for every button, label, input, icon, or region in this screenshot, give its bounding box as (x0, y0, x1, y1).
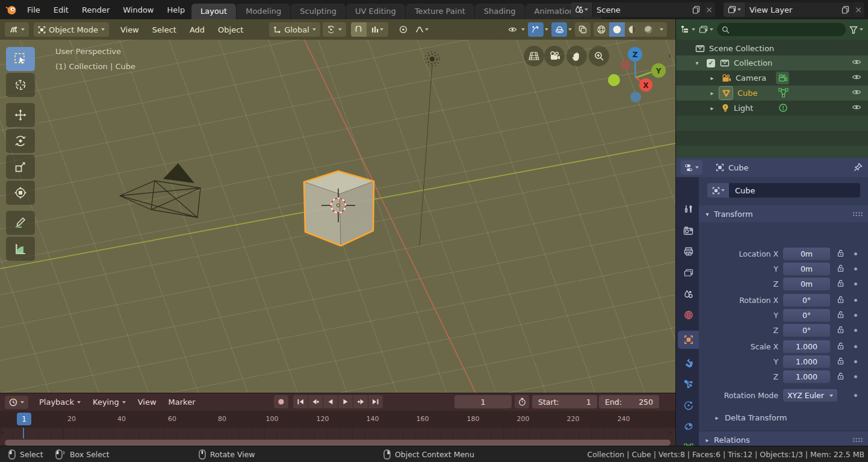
tool-rotate[interactable] (6, 129, 35, 153)
hide-eye-icon[interactable] (852, 89, 861, 96)
remove-view-layer-button[interactable]: × (852, 2, 864, 17)
shading-solid-button[interactable] (609, 22, 625, 37)
breadcrumb-object[interactable]: Cube (728, 163, 749, 172)
menu-view[interactable]: View (115, 22, 144, 37)
panel-drag-grip[interactable] (852, 437, 863, 442)
hide-eye-icon[interactable] (852, 73, 861, 81)
tab-constraints[interactable] (678, 417, 699, 435)
animate-dot[interactable] (854, 299, 857, 302)
frame-end-input[interactable]: End: 250 (599, 395, 659, 408)
tab-render[interactable] (678, 222, 699, 240)
scale-z-input[interactable]: 1.000 (783, 370, 830, 383)
region-collapse-icon[interactable]: ‹ (668, 51, 672, 60)
tab-shading[interactable]: Shading (475, 4, 525, 19)
transform-panel-header[interactable]: ▾ Transform (699, 205, 868, 222)
light-data-icon[interactable] (778, 103, 788, 113)
tab-sculpting[interactable]: Sculpting (291, 4, 346, 19)
xray-toggle[interactable] (575, 22, 591, 37)
unlink-scene-button[interactable]: × (702, 2, 715, 17)
tab-layout[interactable]: Layout (191, 4, 236, 19)
outliner-row-collection[interactable]: ▾ ✓ Collection (676, 55, 868, 70)
menu-file[interactable]: File (20, 0, 47, 19)
shading-rendered-button[interactable] (640, 22, 656, 37)
menu-keying[interactable]: Keying (88, 398, 131, 407)
rotation-z-input[interactable]: 0° (783, 324, 830, 337)
animate-dot[interactable] (854, 360, 857, 363)
new-view-layer-icon[interactable] (842, 5, 849, 14)
tab-object-data[interactable] (678, 439, 699, 446)
tool-transform[interactable] (6, 181, 35, 205)
next-keyframe-button[interactable] (353, 395, 368, 408)
proportional-editing-toggle[interactable] (395, 22, 411, 37)
tab-texture-paint[interactable]: Texture Paint (406, 4, 474, 19)
tool-select-box[interactable] (6, 47, 35, 71)
toggle-perspective-button[interactable] (524, 46, 544, 66)
shading-wireframe-button[interactable] (594, 22, 609, 37)
tab-tool[interactable] (678, 200, 699, 218)
lock-icon[interactable] (837, 372, 844, 380)
cube-object[interactable] (304, 171, 374, 246)
viewport-3d[interactable]: Object Mode View Select Add Object Globa… (0, 19, 675, 393)
lock-icon[interactable] (837, 296, 844, 304)
collection-checkbox[interactable]: ✓ (707, 59, 715, 67)
snap-target-dropdown[interactable] (367, 22, 388, 37)
tab-particles[interactable] (678, 375, 699, 393)
animate-dot[interactable] (854, 329, 857, 332)
lock-icon[interactable] (837, 264, 844, 272)
jump-to-end-button[interactable] (368, 395, 383, 408)
tab-modifiers[interactable] (678, 354, 699, 372)
menu-playback[interactable]: Playback (34, 398, 85, 407)
lock-icon[interactable] (837, 357, 844, 365)
camera-object[interactable] (120, 163, 200, 217)
menu-add[interactable]: Add (184, 22, 210, 37)
gizmo-axis-neg-z[interactable] (630, 92, 641, 102)
tab-output[interactable] (678, 242, 699, 260)
light-object[interactable] (420, 52, 439, 246)
relations-panel-header[interactable]: ▸ Relations (699, 431, 868, 446)
properties-editor-type-button[interactable] (681, 160, 702, 175)
menu-render[interactable]: Render (75, 0, 116, 19)
rotation-mode-dropdown[interactable]: XYZ Euler (783, 389, 837, 402)
jump-to-start-button[interactable] (293, 395, 308, 408)
shading-material-button[interactable] (625, 22, 640, 37)
rotation-x-input[interactable]: 0° (783, 294, 830, 307)
delta-transform-subpanel[interactable]: ▸ Delta Transform (713, 413, 787, 422)
pin-icon[interactable] (854, 163, 863, 172)
outliner-row-cube[interactable]: ▸ Cube (676, 86, 868, 101)
disclosure-closed-icon[interactable]: ▸ (708, 105, 716, 111)
proportional-falloff-dropdown[interactable] (411, 22, 433, 37)
rotation-y-input[interactable]: 0° (783, 309, 830, 322)
hide-eye-icon[interactable] (852, 104, 861, 111)
gizmo-axis-neg-y[interactable] (608, 74, 620, 86)
disclosure-closed-icon[interactable]: ▸ (708, 90, 716, 96)
disclosure-closed-icon[interactable]: ▸ (708, 75, 716, 81)
pivot-point-dropdown[interactable] (323, 22, 346, 37)
view-layer-browse-button[interactable] (724, 2, 746, 17)
tool-cursor[interactable] (6, 73, 35, 97)
tool-annotate[interactable] (6, 211, 35, 235)
region-expand-icon[interactable]: › (1, 428, 4, 437)
tool-scale[interactable] (6, 155, 35, 179)
mesh-data-icon[interactable] (778, 88, 789, 98)
transform-orientation-dropdown[interactable]: Global (269, 22, 320, 37)
lock-icon[interactable] (837, 249, 844, 257)
mode-dropdown[interactable]: Object Mode (34, 22, 109, 37)
lock-icon[interactable] (837, 311, 844, 319)
show-overlays-toggle[interactable] (551, 22, 567, 37)
tab-view-layer[interactable] (678, 264, 699, 282)
toggle-camera-view-button[interactable] (544, 46, 565, 66)
scene-name[interactable]: Scene (593, 5, 692, 14)
play-reverse-button[interactable] (323, 395, 338, 408)
pan-view-button[interactable] (566, 46, 587, 66)
panel-drag-grip[interactable] (852, 211, 863, 216)
outliner-row-scene-collection[interactable]: Scene Collection (676, 41, 868, 56)
timeline-track[interactable] (0, 428, 675, 439)
region-collapse-icon[interactable]: ‹ (669, 428, 672, 437)
current-frame-input[interactable]: 1 (454, 395, 512, 408)
timeline-editor-type-button[interactable] (5, 396, 28, 409)
use-preview-range-button[interactable] (515, 395, 529, 408)
object-id-icon[interactable] (707, 183, 729, 198)
scene-browse-button[interactable] (571, 2, 593, 17)
scale-y-input[interactable]: 1.000 (783, 355, 830, 368)
animate-dot[interactable] (854, 394, 857, 397)
